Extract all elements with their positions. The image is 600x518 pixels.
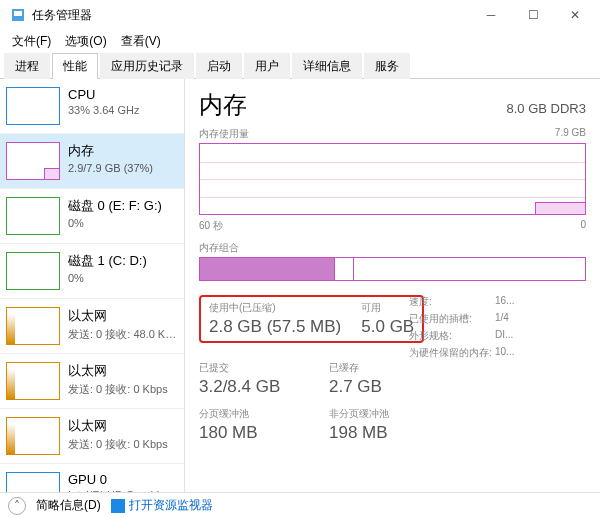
net-thumb <box>6 362 60 400</box>
tab-用户[interactable]: 用户 <box>244 53 290 79</box>
window-title: 任务管理器 <box>32 7 470 24</box>
sidebar-item-gpu-7[interactable]: GPU 0Intel(R) HD Graphics <box>0 464 184 493</box>
sidebar-item-cpu-0[interactable]: CPU33% 3.64 GHz <box>0 79 184 134</box>
disk-thumb <box>6 252 60 290</box>
stat-key: 外形规格: <box>409 329 495 343</box>
collapse-button[interactable]: ˄ <box>8 497 26 515</box>
close-button[interactable]: ✕ <box>554 1 596 29</box>
net-thumb <box>6 307 60 345</box>
graph-composition-label: 内存组合 <box>199 241 239 255</box>
minimize-button[interactable]: ─ <box>470 1 512 29</box>
inuse-value: 2.8 GB (57.5 MB) <box>209 317 341 337</box>
sidebar-item-sub: 发送: 0 接收: 0 Kbps <box>68 437 178 452</box>
sidebar-item-name: 内存 <box>68 142 178 160</box>
sidebar-item-sub: 0% <box>68 217 178 229</box>
tab-启动[interactable]: 启动 <box>196 53 242 79</box>
sidebar-item-name: CPU <box>68 87 178 102</box>
menu-options[interactable]: 选项(O) <box>59 31 112 52</box>
sidebar-item-name: 磁盘 0 (E: F: G:) <box>68 197 178 215</box>
sidebar-item-sub: 2.9/7.9 GB (37%) <box>68 162 178 174</box>
available-value: 5.0 GB <box>361 317 414 337</box>
highlight-box: 使用中(已压缩) 2.8 GB (57.5 MB) 可用 5.0 GB <box>199 295 424 343</box>
cpu-thumb <box>6 87 60 125</box>
paged-label: 分页缓冲池 <box>199 407 309 421</box>
stat-key: 为硬件保留的内存: <box>409 346 495 360</box>
inuse-label: 使用中(已压缩) <box>209 301 341 315</box>
sidebar: CPU33% 3.64 GHz内存2.9/7.9 GB (37%)磁盘 0 (E… <box>0 79 185 493</box>
tab-服务[interactable]: 服务 <box>364 53 410 79</box>
maximize-button[interactable]: ☐ <box>512 1 554 29</box>
sidebar-item-name: GPU 0 <box>68 472 178 487</box>
cached-value: 2.7 GB <box>329 377 382 397</box>
sidebar-item-sub: 发送: 0 接收: 48.0 Kbps <box>68 327 178 342</box>
sidebar-item-disk-3[interactable]: 磁盘 1 (C: D:)0% <box>0 244 184 299</box>
memory-usage-graph <box>199 143 586 215</box>
small-stats: 速度:16...已使用的插槽:1/4外形规格:DI...为硬件保留的内存:10.… <box>409 295 514 443</box>
committed-label: 已提交 <box>199 361 309 375</box>
footer: ˄ 简略信息(D) 打开资源监视器 <box>0 492 600 518</box>
sidebar-item-sub: 0% <box>68 272 178 284</box>
committed-value: 3.2/8.4 GB <box>199 377 309 397</box>
memory-composition-graph <box>199 257 586 281</box>
menu-file[interactable]: 文件(F) <box>6 31 57 52</box>
tab-应用历史记录[interactable]: 应用历史记录 <box>100 53 194 79</box>
graph-usage-max: 7.9 GB <box>555 127 586 141</box>
sidebar-item-sub: 发送: 0 接收: 0 Kbps <box>68 382 178 397</box>
app-icon <box>10 7 26 23</box>
sidebar-item-name: 磁盘 1 (C: D:) <box>68 252 178 270</box>
nonpaged-value: 198 MB <box>329 423 389 443</box>
graph-axis-left: 60 秒 <box>199 219 223 233</box>
stat-key: 已使用的插槽: <box>409 312 495 326</box>
fewer-details[interactable]: 简略信息(D) <box>36 497 101 514</box>
graph-usage-label: 内存使用量 <box>199 127 249 141</box>
open-resource-monitor-link[interactable]: 打开资源监视器 <box>111 497 213 514</box>
graph-axis-right: 0 <box>580 219 586 233</box>
capacity-label: 8.0 GB DDR3 <box>507 101 586 116</box>
tab-详细信息[interactable]: 详细信息 <box>292 53 362 79</box>
tab-性能[interactable]: 性能 <box>52 53 98 79</box>
sidebar-item-name: 以太网 <box>68 307 178 325</box>
paged-value: 180 MB <box>199 423 309 443</box>
available-label: 可用 <box>361 301 414 315</box>
sidebar-item-mem-1[interactable]: 内存2.9/7.9 GB (37%) <box>0 134 184 189</box>
menu-view[interactable]: 查看(V) <box>115 31 167 52</box>
stat-value: DI... <box>495 329 513 343</box>
svg-rect-1 <box>14 11 22 16</box>
titlebar: 任务管理器 ─ ☐ ✕ <box>0 0 600 30</box>
sidebar-item-name: 以太网 <box>68 417 178 435</box>
sidebar-item-sub: 33% 3.64 GHz <box>68 104 178 116</box>
gpu-thumb <box>6 472 60 493</box>
stat-value: 16... <box>495 295 514 309</box>
sidebar-item-net-5[interactable]: 以太网发送: 0 接收: 0 Kbps <box>0 354 184 409</box>
sidebar-item-net-6[interactable]: 以太网发送: 0 接收: 0 Kbps <box>0 409 184 464</box>
sidebar-item-name: 以太网 <box>68 362 178 380</box>
tab-进程[interactable]: 进程 <box>4 53 50 79</box>
page-title: 内存 <box>199 89 247 121</box>
stat-value: 10... <box>495 346 514 360</box>
stat-key: 速度: <box>409 295 495 309</box>
content-pane: 内存 8.0 GB DDR3 内存使用量 7.9 GB 60 秒 0 内存组合 … <box>185 79 600 493</box>
cached-label: 已缓存 <box>329 361 382 375</box>
monitor-icon <box>111 499 125 513</box>
net-thumb <box>6 417 60 455</box>
stat-value: 1/4 <box>495 312 509 326</box>
disk-thumb <box>6 197 60 235</box>
sidebar-item-disk-2[interactable]: 磁盘 0 (E: F: G:)0% <box>0 189 184 244</box>
menubar: 文件(F) 选项(O) 查看(V) <box>0 30 600 52</box>
tab-bar: 进程性能应用历史记录启动用户详细信息服务 <box>0 52 600 79</box>
main-area: CPU33% 3.64 GHz内存2.9/7.9 GB (37%)磁盘 0 (E… <box>0 79 600 493</box>
nonpaged-label: 非分页缓冲池 <box>329 407 389 421</box>
sidebar-item-net-4[interactable]: 以太网发送: 0 接收: 48.0 Kbps <box>0 299 184 354</box>
mem-thumb <box>6 142 60 180</box>
